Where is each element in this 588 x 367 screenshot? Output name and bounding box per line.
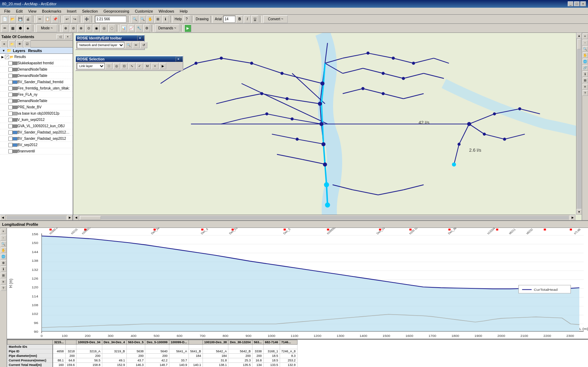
- italic-button[interactable]: I: [244, 15, 251, 23]
- layer-checkbox[interactable]: [8, 137, 13, 141]
- redo-button[interactable]: ↪: [71, 15, 78, 23]
- scroll-right-button[interactable]: ▶: [67, 215, 73, 221]
- layer-item[interactable]: DemandNodeTable: [0, 73, 73, 79]
- add-data-button[interactable]: ➕: [83, 15, 90, 23]
- profile-question[interactable]: ?: [1, 285, 6, 291]
- network-btn-7[interactable]: ◌: [108, 24, 115, 32]
- layer-item[interactable]: BV_Sander_Fladstad_sep2012_join: [0, 129, 73, 136]
- demands-dropdown[interactable]: Demands ~: [155, 24, 179, 32]
- layer-checkbox[interactable]: [8, 130, 13, 135]
- full-extent-button[interactable]: ⊞: [154, 15, 161, 23]
- print-button[interactable]: 🖨: [24, 15, 31, 23]
- profile-zoom-out[interactable]: -: [1, 235, 6, 240]
- open-button[interactable]: 📂: [9, 15, 16, 23]
- save-button[interactable]: 💾: [17, 15, 24, 23]
- sel-btn-4[interactable]: ∿: [128, 63, 135, 69]
- editor-toolbar-4[interactable]: ◈: [24, 24, 31, 32]
- sel-btn-3[interactable]: ⊡: [121, 63, 128, 69]
- sel-btn-7[interactable]: ×: [152, 63, 159, 69]
- network-btn-5[interactable]: ◉: [93, 24, 100, 32]
- network-btn-1[interactable]: ⊕: [62, 24, 69, 32]
- maximize-button[interactable]: □: [574, 1, 580, 6]
- network-btn-4[interactable]: ⊙: [85, 24, 92, 32]
- layer-item[interactable]: DemandNodeTable: [0, 66, 73, 73]
- profile-pan[interactable]: ✋: [1, 247, 6, 253]
- magnify-rt-button[interactable]: 🔍: [582, 46, 588, 52]
- close-button[interactable]: ×: [580, 1, 586, 6]
- profile-grid[interactable]: ⊞: [1, 273, 6, 278]
- editor-toolbar-1[interactable]: ✏: [1, 24, 8, 32]
- pan-rt-button[interactable]: ✋: [582, 52, 588, 58]
- layers-expand-icon[interactable]: ▼: [2, 49, 5, 52]
- menu-windows[interactable]: Windows: [156, 8, 177, 14]
- network-btn-3[interactable]: ⊗: [78, 24, 84, 32]
- bold-button[interactable]: B: [236, 15, 243, 23]
- layer-item[interactable]: Slukkekapasitet fremtid: [0, 60, 73, 66]
- layer-item[interactable]: Fire_FLA_ny: [0, 92, 73, 98]
- sel-btn-6[interactable]: M: [144, 63, 151, 69]
- map-scroll-left-button[interactable]: ◀: [73, 215, 79, 221]
- analysis-btn-2[interactable]: 📈: [128, 24, 135, 32]
- menu-edit[interactable]: Edit: [13, 8, 25, 14]
- sel-btn-5[interactable]: ✓: [136, 63, 143, 69]
- layer-item[interactable]: BV_Sander_Fladstad_fremtid: [0, 79, 73, 85]
- font-size-input[interactable]: [223, 16, 235, 23]
- help-button[interactable]: ?: [183, 15, 190, 23]
- map-area[interactable]: ROSIE Identify/Edit toolbar × Network an…: [73, 33, 582, 220]
- hscroll-thumb[interactable]: [80, 216, 101, 220]
- rosie-identify-btn2[interactable]: ✏: [133, 42, 140, 48]
- layer-checkbox[interactable]: [8, 111, 13, 116]
- layer-checkbox[interactable]: [8, 80, 13, 84]
- paste-button[interactable]: 📌: [52, 15, 59, 23]
- underline-button[interactable]: U: [251, 15, 258, 23]
- run-button[interactable]: ▶: [184, 24, 191, 32]
- layer-checkbox[interactable]: [5, 55, 9, 59]
- sel-btn-8[interactable]: ▶: [159, 63, 166, 69]
- identify-button[interactable]: ℹ: [162, 15, 169, 23]
- minimize-button[interactable]: _: [568, 1, 573, 6]
- map-scroll-up-button[interactable]: ▲: [576, 33, 582, 38]
- window-controls[interactable]: _ □ ×: [568, 1, 586, 6]
- map-scroll-down-button[interactable]: ▼: [576, 209, 582, 215]
- profile-magnify[interactable]: 🔍: [1, 241, 6, 247]
- convert-button[interactable]: Convert ~: [263, 15, 288, 23]
- editor-toolbar-2[interactable]: ▦: [9, 24, 16, 32]
- rosie-selection-dropdown[interactable]: Link layer: [77, 63, 105, 69]
- layer-item[interactable]: V_kum_sept2012: [0, 117, 73, 123]
- layer-checkbox[interactable]: [8, 67, 13, 72]
- zoom-out-rt-button[interactable]: -: [582, 40, 588, 45]
- analysis-btn-4[interactable]: ⚙: [143, 24, 150, 32]
- sel-btn-2[interactable]: ◎: [113, 63, 120, 69]
- layer-item[interactable]: DemandNodeTable: [0, 98, 73, 104]
- rosie-identify-btn1[interactable]: 🔍: [125, 42, 132, 48]
- sel-btn-1[interactable]: □: [105, 63, 112, 69]
- layer-item[interactable]: BV_sep2012: [0, 142, 73, 148]
- new-button[interactable]: 📄: [1, 15, 8, 23]
- menu-help[interactable]: Help: [177, 8, 191, 14]
- profile-layers[interactable]: ≡: [1, 279, 6, 285]
- cut-button[interactable]: ✂: [36, 15, 43, 23]
- undo-button[interactable]: ↩: [64, 15, 71, 23]
- grid-rt-button[interactable]: ⊞: [582, 78, 588, 83]
- layer-checkbox[interactable]: [8, 93, 13, 97]
- zoom-out-button[interactable]: 🔍: [139, 15, 146, 23]
- list-by-visibility[interactable]: 👁: [16, 40, 23, 48]
- network-btn-6[interactable]: ◎: [101, 24, 108, 32]
- menu-bookmarks[interactable]: Bookmarks: [39, 8, 64, 14]
- layer-checkbox[interactable]: [8, 105, 13, 109]
- list-by-source[interactable]: 📁: [8, 40, 15, 48]
- question-rt-button[interactable]: ?: [582, 90, 588, 96]
- analysis-btn-1[interactable]: 📊: [120, 24, 127, 32]
- vscroll-thumb[interactable]: [578, 39, 581, 49]
- profile-zoom-in[interactable]: +: [1, 229, 6, 234]
- layer-item[interactable]: BV_Sander_Fladstad_sep2012: [0, 136, 73, 142]
- layer-checkbox[interactable]: [8, 143, 13, 147]
- profile-globe[interactable]: 🌐: [1, 254, 6, 259]
- menu-geoprocessing[interactable]: Geoprocessing: [101, 8, 132, 14]
- layer-item[interactable]: ▶ 📂 Results: [0, 54, 73, 60]
- layers-rt-button[interactable]: ≡: [582, 84, 588, 89]
- menu-selection[interactable]: Selection: [79, 8, 101, 14]
- layer-checkbox[interactable]: [8, 149, 13, 153]
- layer-item[interactable]: Brannventil: [0, 148, 73, 154]
- rosie-identify-btn3[interactable]: ↺: [140, 42, 147, 48]
